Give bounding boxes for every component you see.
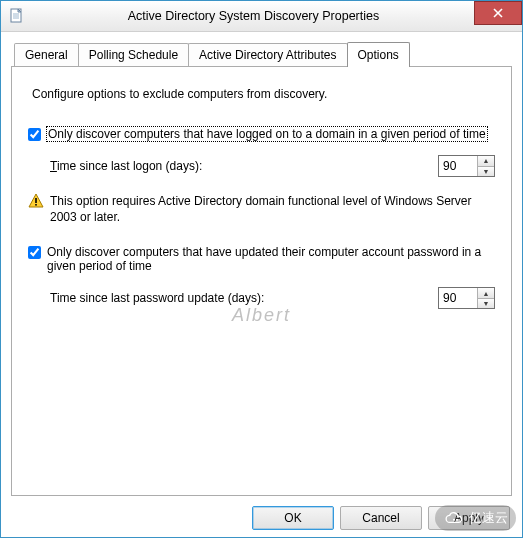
logon-days-down[interactable]: ▼ [478, 167, 494, 177]
svg-rect-8 [35, 204, 37, 206]
logon-days-label-rest: ime since last logon (days): [57, 159, 202, 173]
logon-days-row: Time since last logon (days): ▲ ▼ [50, 155, 495, 177]
logon-days-spin-buttons: ▲ ▼ [477, 156, 494, 176]
window-controls [474, 1, 522, 25]
panel-instructions: Configure options to exclude computers f… [32, 87, 495, 101]
opt-logon-checkbox[interactable] [28, 128, 41, 141]
opt-password-checkbox[interactable] [28, 246, 41, 259]
client-area: General Polling Schedule Active Director… [1, 32, 522, 538]
warning-text: This option requires Active Directory do… [50, 193, 495, 225]
opt-password-row: Only discover computers that have update… [28, 245, 495, 273]
opt-password-label[interactable]: Only discover computers that have update… [47, 245, 495, 273]
logon-days-label: Time since last logon (days): [50, 159, 438, 173]
warning-row: This option requires Active Directory do… [28, 193, 495, 225]
title-bar: Active Directory System Discovery Proper… [1, 1, 522, 32]
password-days-down[interactable]: ▼ [478, 299, 494, 309]
close-icon [493, 8, 503, 18]
apply-button[interactable]: Apply [428, 506, 510, 530]
tab-options[interactable]: Options [347, 42, 410, 67]
opt-logon-label[interactable]: Only discover computers that have logged… [47, 127, 487, 141]
svg-rect-7 [35, 198, 37, 203]
logon-days-up[interactable]: ▲ [478, 156, 494, 167]
tab-general[interactable]: General [14, 43, 79, 66]
password-days-row: Time since last password update (days): … [50, 287, 495, 309]
tab-polling-schedule[interactable]: Polling Schedule [78, 43, 189, 66]
opt-logon-row: Only discover computers that have logged… [28, 127, 495, 141]
password-days-label: Time since last password update (days): [50, 291, 438, 305]
password-days-spin-buttons: ▲ ▼ [477, 288, 494, 308]
logon-days-label-accel: T [50, 159, 57, 173]
tab-strip: General Polling Schedule Active Director… [11, 42, 512, 66]
logon-days-input[interactable] [439, 156, 477, 176]
tab-ad-attributes[interactable]: Active Directory Attributes [188, 43, 347, 66]
password-days-up[interactable]: ▲ [478, 288, 494, 299]
password-days-input[interactable] [439, 288, 477, 308]
dialog-button-bar: OK Cancel Apply [1, 498, 522, 538]
options-panel: Configure options to exclude computers f… [11, 66, 512, 496]
app-icon [9, 8, 25, 24]
ok-button[interactable]: OK [252, 506, 334, 530]
logon-days-spinner: ▲ ▼ [438, 155, 495, 177]
dialog-window: Active Directory System Discovery Proper… [0, 0, 523, 538]
password-days-spinner: ▲ ▼ [438, 287, 495, 309]
window-title: Active Directory System Discovery Proper… [25, 9, 522, 23]
warning-icon [28, 193, 44, 209]
cancel-button[interactable]: Cancel [340, 506, 422, 530]
close-button[interactable] [474, 1, 522, 25]
